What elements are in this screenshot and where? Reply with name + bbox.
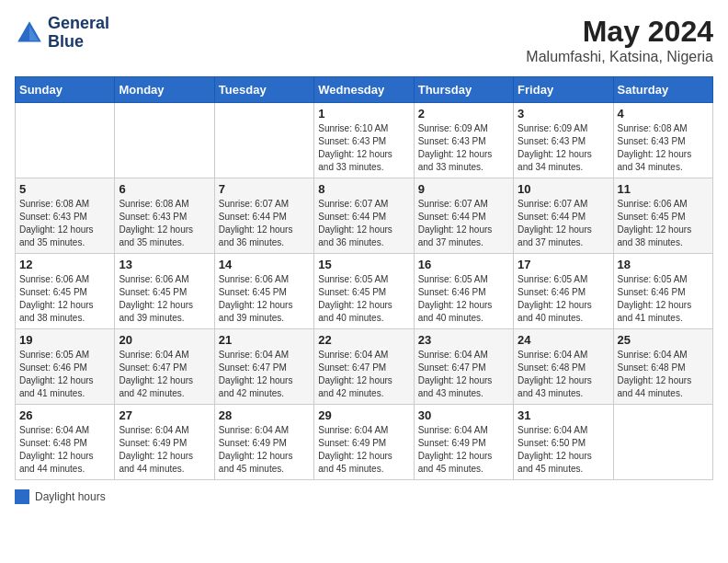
calendar-day-cell: 2Sunrise: 6:09 AM Sunset: 6:43 PM Daylig… bbox=[414, 103, 513, 178]
calendar-day-cell: 22Sunrise: 6:04 AM Sunset: 6:47 PM Dayli… bbox=[314, 329, 414, 405]
calendar-day-cell: 9Sunrise: 6:07 AM Sunset: 6:44 PM Daylig… bbox=[414, 178, 513, 254]
calendar-day-cell: 28Sunrise: 6:04 AM Sunset: 6:49 PM Dayli… bbox=[214, 405, 313, 480]
calendar-day-cell: 24Sunrise: 6:04 AM Sunset: 6:48 PM Dayli… bbox=[514, 329, 613, 405]
calendar-day-header: Tuesday bbox=[214, 77, 313, 103]
calendar-day-cell: 26Sunrise: 6:04 AM Sunset: 6:48 PM Dayli… bbox=[16, 405, 115, 480]
calendar-day-cell bbox=[16, 103, 115, 178]
calendar-day-cell: 5Sunrise: 6:08 AM Sunset: 6:43 PM Daylig… bbox=[16, 178, 115, 254]
day-number: 20 bbox=[119, 333, 210, 347]
day-number: 16 bbox=[418, 258, 509, 271]
day-number: 21 bbox=[219, 333, 310, 347]
calendar-day-cell: 12Sunrise: 6:06 AM Sunset: 6:45 PM Dayli… bbox=[16, 254, 115, 329]
day-number: 10 bbox=[518, 182, 609, 196]
logo-icon bbox=[15, 18, 44, 48]
calendar-day-cell: 6Sunrise: 6:08 AM Sunset: 6:43 PM Daylig… bbox=[115, 178, 214, 254]
day-number: 6 bbox=[119, 182, 210, 196]
calendar-day-cell: 23Sunrise: 6:04 AM Sunset: 6:47 PM Dayli… bbox=[414, 329, 513, 405]
calendar-day-cell: 21Sunrise: 6:04 AM Sunset: 6:47 PM Dayli… bbox=[214, 329, 313, 405]
calendar-day-header: Sunday bbox=[16, 77, 115, 103]
day-number: 9 bbox=[418, 182, 509, 196]
calendar-day-cell: 30Sunrise: 6:04 AM Sunset: 6:49 PM Dayli… bbox=[414, 405, 513, 480]
calendar-day-cell bbox=[613, 405, 712, 480]
day-number: 22 bbox=[318, 333, 409, 347]
day-number: 12 bbox=[19, 258, 110, 271]
day-info: Sunrise: 6:07 AM Sunset: 6:44 PM Dayligh… bbox=[219, 198, 310, 249]
day-info: Sunrise: 6:04 AM Sunset: 6:50 PM Dayligh… bbox=[518, 424, 609, 476]
day-info: Sunrise: 6:09 AM Sunset: 6:43 PM Dayligh… bbox=[418, 122, 509, 174]
calendar-day-cell: 16Sunrise: 6:05 AM Sunset: 6:46 PM Dayli… bbox=[414, 254, 513, 329]
day-info: Sunrise: 6:04 AM Sunset: 6:48 PM Dayligh… bbox=[518, 349, 609, 400]
day-info: Sunrise: 6:05 AM Sunset: 6:46 PM Dayligh… bbox=[19, 349, 110, 400]
day-number: 17 bbox=[518, 258, 609, 271]
title-block: May 2024 Malumfashi, Katsina, Nigeria bbox=[526, 15, 713, 65]
day-number: 27 bbox=[119, 408, 210, 422]
day-info: Sunrise: 6:07 AM Sunset: 6:44 PM Dayligh… bbox=[518, 198, 609, 249]
calendar-week-row: 5Sunrise: 6:08 AM Sunset: 6:43 PM Daylig… bbox=[16, 178, 713, 254]
calendar-day-cell: 10Sunrise: 6:07 AM Sunset: 6:44 PM Dayli… bbox=[514, 178, 613, 254]
calendar-day-cell: 14Sunrise: 6:06 AM Sunset: 6:45 PM Dayli… bbox=[214, 254, 313, 329]
calendar-day-cell: 15Sunrise: 6:05 AM Sunset: 6:45 PM Dayli… bbox=[314, 254, 414, 329]
day-number: 30 bbox=[418, 408, 509, 422]
day-info: Sunrise: 6:09 AM Sunset: 6:43 PM Dayligh… bbox=[518, 122, 609, 174]
calendar-day-cell: 11Sunrise: 6:06 AM Sunset: 6:45 PM Dayli… bbox=[613, 178, 712, 254]
day-info: Sunrise: 6:06 AM Sunset: 6:45 PM Dayligh… bbox=[219, 273, 310, 325]
calendar-week-row: 1Sunrise: 6:10 AM Sunset: 6:43 PM Daylig… bbox=[16, 103, 713, 178]
day-number: 1 bbox=[318, 107, 409, 121]
day-info: Sunrise: 6:04 AM Sunset: 6:48 PM Dayligh… bbox=[19, 424, 110, 476]
logo: General Blue bbox=[15, 15, 109, 52]
day-number: 3 bbox=[518, 107, 609, 121]
day-info: Sunrise: 6:07 AM Sunset: 6:44 PM Dayligh… bbox=[318, 198, 409, 249]
day-number: 28 bbox=[219, 408, 310, 422]
day-info: Sunrise: 6:05 AM Sunset: 6:46 PM Dayligh… bbox=[518, 273, 609, 325]
calendar-day-cell: 31Sunrise: 6:04 AM Sunset: 6:50 PM Dayli… bbox=[514, 405, 613, 480]
calendar-day-cell: 19Sunrise: 6:05 AM Sunset: 6:46 PM Dayli… bbox=[16, 329, 115, 405]
day-info: Sunrise: 6:04 AM Sunset: 6:47 PM Dayligh… bbox=[318, 349, 409, 400]
calendar-day-cell: 7Sunrise: 6:07 AM Sunset: 6:44 PM Daylig… bbox=[214, 178, 313, 254]
location-subtitle: Malumfashi, Katsina, Nigeria bbox=[526, 49, 713, 65]
day-info: Sunrise: 6:04 AM Sunset: 6:47 PM Dayligh… bbox=[418, 349, 509, 400]
day-info: Sunrise: 6:04 AM Sunset: 6:49 PM Dayligh… bbox=[318, 424, 409, 476]
calendar-header-row: SundayMondayTuesdayWednesdayThursdayFrid… bbox=[16, 77, 713, 103]
svg-marker-1 bbox=[29, 26, 39, 40]
calendar-day-header: Wednesday bbox=[314, 77, 414, 103]
calendar-day-cell: 3Sunrise: 6:09 AM Sunset: 6:43 PM Daylig… bbox=[514, 103, 613, 178]
day-number: 29 bbox=[318, 408, 409, 422]
day-number: 4 bbox=[618, 107, 709, 121]
calendar-day-cell: 20Sunrise: 6:04 AM Sunset: 6:47 PM Dayli… bbox=[115, 329, 214, 405]
day-number: 14 bbox=[219, 258, 310, 271]
legend-label: Daylight hours bbox=[35, 490, 106, 503]
calendar-day-header: Thursday bbox=[414, 77, 513, 103]
day-number: 26 bbox=[19, 408, 110, 422]
day-info: Sunrise: 6:04 AM Sunset: 6:47 PM Dayligh… bbox=[219, 349, 310, 400]
day-info: Sunrise: 6:07 AM Sunset: 6:44 PM Dayligh… bbox=[418, 198, 509, 249]
main-title: May 2024 bbox=[526, 15, 713, 49]
day-info: Sunrise: 6:10 AM Sunset: 6:43 PM Dayligh… bbox=[318, 122, 409, 174]
day-info: Sunrise: 6:05 AM Sunset: 6:46 PM Dayligh… bbox=[618, 273, 709, 325]
calendar-day-header: Saturday bbox=[613, 77, 712, 103]
day-number: 31 bbox=[518, 408, 609, 422]
day-info: Sunrise: 6:04 AM Sunset: 6:47 PM Dayligh… bbox=[119, 349, 210, 400]
day-info: Sunrise: 6:04 AM Sunset: 6:48 PM Dayligh… bbox=[618, 349, 709, 400]
calendar-day-cell: 29Sunrise: 6:04 AM Sunset: 6:49 PM Dayli… bbox=[314, 405, 414, 480]
calendar-day-cell: 18Sunrise: 6:05 AM Sunset: 6:46 PM Dayli… bbox=[613, 254, 712, 329]
calendar-day-cell: 1Sunrise: 6:10 AM Sunset: 6:43 PM Daylig… bbox=[314, 103, 414, 178]
day-info: Sunrise: 6:08 AM Sunset: 6:43 PM Dayligh… bbox=[119, 198, 210, 249]
calendar-day-cell: 25Sunrise: 6:04 AM Sunset: 6:48 PM Dayli… bbox=[613, 329, 712, 405]
day-info: Sunrise: 6:08 AM Sunset: 6:43 PM Dayligh… bbox=[19, 198, 110, 249]
day-info: Sunrise: 6:08 AM Sunset: 6:43 PM Dayligh… bbox=[618, 122, 709, 174]
day-info: Sunrise: 6:06 AM Sunset: 6:45 PM Dayligh… bbox=[119, 273, 210, 325]
calendar-day-cell: 8Sunrise: 6:07 AM Sunset: 6:44 PM Daylig… bbox=[314, 178, 414, 254]
day-info: Sunrise: 6:04 AM Sunset: 6:49 PM Dayligh… bbox=[219, 424, 310, 476]
logo-text: General Blue bbox=[48, 15, 109, 52]
calendar-day-cell: 13Sunrise: 6:06 AM Sunset: 6:45 PM Dayli… bbox=[115, 254, 214, 329]
calendar-day-cell bbox=[214, 103, 313, 178]
day-number: 18 bbox=[618, 258, 709, 271]
calendar-day-cell bbox=[115, 103, 214, 178]
day-info: Sunrise: 6:05 AM Sunset: 6:45 PM Dayligh… bbox=[318, 273, 409, 325]
day-info: Sunrise: 6:05 AM Sunset: 6:46 PM Dayligh… bbox=[418, 273, 509, 325]
day-number: 2 bbox=[418, 107, 509, 121]
calendar-week-row: 19Sunrise: 6:05 AM Sunset: 6:46 PM Dayli… bbox=[16, 329, 713, 405]
day-number: 5 bbox=[19, 182, 110, 196]
calendar-day-header: Monday bbox=[115, 77, 214, 103]
day-number: 13 bbox=[119, 258, 210, 271]
